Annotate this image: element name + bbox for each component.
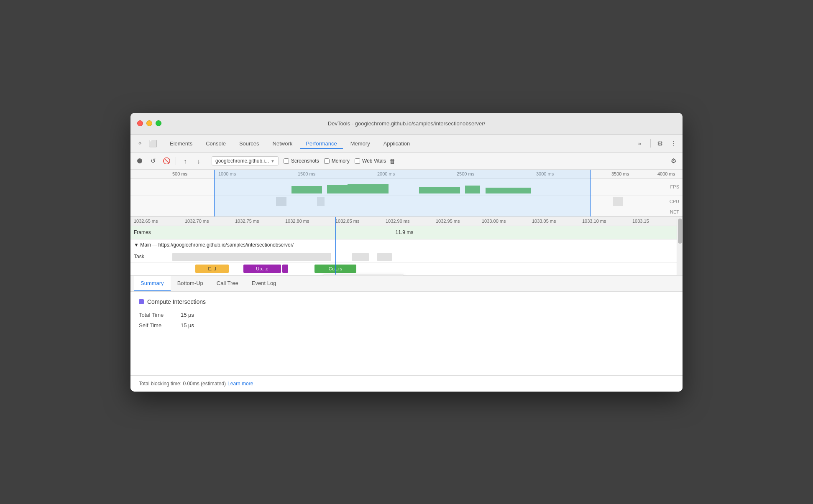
download-button[interactable]: ↓ bbox=[193, 155, 205, 167]
learn-more-link[interactable]: Learn more bbox=[228, 381, 253, 387]
dropdown-arrow-icon: ▼ bbox=[271, 159, 275, 163]
detail-tick: 1032.80 ms bbox=[285, 219, 309, 224]
close-button[interactable] bbox=[137, 120, 143, 126]
memory-checkbox-group[interactable]: Memory bbox=[324, 158, 350, 164]
web-vitals-checkbox[interactable] bbox=[355, 158, 360, 164]
fps-bars-container bbox=[164, 181, 674, 193]
cpu-activity bbox=[317, 197, 325, 206]
task-bar-2 bbox=[352, 253, 369, 261]
detail-tick: 1033.15 bbox=[632, 219, 649, 224]
tab-network[interactable]: Network bbox=[267, 138, 299, 149]
divider bbox=[650, 139, 651, 148]
scrollbar[interactable] bbox=[677, 217, 683, 275]
cpu-activity bbox=[276, 197, 286, 206]
detail-tick: 1032.95 ms bbox=[436, 219, 460, 224]
delete-recording-icon[interactable]: 🗑 bbox=[389, 158, 396, 165]
traffic-lights bbox=[137, 120, 161, 126]
main-row: ▼ Main — https://googlechrome.github.io/… bbox=[130, 239, 683, 251]
settings-icon[interactable]: ⚙ bbox=[654, 137, 666, 149]
total-time-label: Total Time bbox=[139, 312, 181, 318]
detail-tick: 1032.75 ms bbox=[235, 219, 259, 224]
tick-1000ms: 1000 ms bbox=[218, 171, 236, 176]
event-label-el: E...l bbox=[208, 266, 216, 271]
tab-application[interactable]: Application bbox=[378, 138, 416, 149]
minimize-button[interactable] bbox=[146, 120, 152, 126]
overview-timeline: 500 ms 1000 ms 1500 ms 2000 ms 2500 ms 3… bbox=[130, 170, 683, 217]
cpu-label: CPU bbox=[670, 199, 679, 204]
event-row: E...l Up...e Co...rs 15 μs Compute Inter… bbox=[130, 263, 683, 275]
detail-tick: 1032.90 ms bbox=[386, 219, 409, 224]
self-time-label: Self Time bbox=[139, 322, 181, 328]
event-bar-small[interactable] bbox=[282, 265, 288, 273]
tab-overflow[interactable]: » bbox=[632, 138, 647, 149]
event-label-up: Up...e bbox=[256, 266, 268, 271]
detail-tick: 1033.00 ms bbox=[482, 219, 506, 224]
fps-bar bbox=[419, 187, 460, 193]
record-button[interactable] bbox=[134, 155, 146, 167]
total-time-value: 15 μs bbox=[181, 312, 194, 318]
frames-label: Frames bbox=[134, 229, 151, 235]
performance-toolbar: ↺ 🚫 ↑ ↓ googlechrome.github.i... ▼ Scree… bbox=[130, 153, 683, 170]
web-vitals-checkbox-group[interactable]: Web Vitals bbox=[355, 158, 386, 164]
blocking-time-text: Total blocking time: 0.00ms (estimated) bbox=[139, 381, 226, 387]
upload-button[interactable]: ↑ bbox=[179, 155, 191, 167]
device-toolbar-icon[interactable]: ⬜ bbox=[147, 137, 159, 149]
fps-bar bbox=[348, 184, 389, 193]
memory-label: Memory bbox=[332, 158, 350, 164]
detail-tick: 1032.70 ms bbox=[185, 219, 209, 224]
inspect-icon[interactable]: ⌖ bbox=[134, 137, 146, 149]
tab-elements[interactable]: Elements bbox=[164, 138, 198, 149]
tab-event-log[interactable]: Event Log bbox=[245, 276, 283, 291]
task-bar-main bbox=[172, 253, 331, 261]
main-label: ▼ Main bbox=[134, 242, 151, 248]
tick-500ms: 500 ms bbox=[172, 171, 187, 176]
tab-summary[interactable]: Summary bbox=[134, 276, 171, 291]
tick-3000ms: 3000 ms bbox=[536, 171, 554, 176]
tick-4000ms: 4000 ms bbox=[657, 171, 675, 176]
clear-button[interactable]: 🚫 bbox=[161, 155, 172, 167]
detail-tick: 1032.65 ms bbox=[134, 219, 158, 224]
timeline-cursor bbox=[335, 217, 336, 275]
total-time-row: Total Time 15 μs bbox=[139, 312, 674, 318]
detail-tick: 1032.85 ms bbox=[335, 219, 359, 224]
title-bar: DevTools - googlechrome.github.io/sample… bbox=[130, 113, 683, 135]
event-bar-el[interactable]: E...l bbox=[195, 265, 229, 273]
divider1 bbox=[176, 157, 176, 165]
url-selector[interactable]: googlechrome.github.i... ▼ bbox=[212, 156, 279, 165]
bottom-footer: Total blocking time: 0.00ms (estimated) … bbox=[130, 375, 683, 392]
tab-sources[interactable]: Sources bbox=[233, 138, 265, 149]
detail-ruler: 1032.65 ms 1032.70 ms 1032.75 ms 1032.80… bbox=[130, 217, 683, 226]
tab-performance[interactable]: Performance bbox=[300, 138, 343, 149]
main-url: — https://googlechrome.github.io/samples… bbox=[152, 242, 294, 248]
detail-tick: 1033.10 ms bbox=[582, 219, 606, 224]
self-time-value: 15 μs bbox=[181, 322, 194, 328]
tick-2500ms: 2500 ms bbox=[457, 171, 474, 176]
fps-bar bbox=[327, 185, 348, 193]
screenshots-checkbox[interactable] bbox=[284, 158, 289, 164]
url-text: googlechrome.github.i... bbox=[215, 158, 269, 164]
scrollbar-thumb[interactable] bbox=[678, 219, 682, 244]
memory-checkbox[interactable] bbox=[324, 158, 330, 164]
event-bar-up[interactable]: Up...e bbox=[243, 265, 281, 273]
detail-timeline: 1032.65 ms 1032.70 ms 1032.75 ms 1032.80… bbox=[130, 217, 683, 276]
self-time-row: Self Time 15 μs bbox=[139, 322, 674, 328]
screenshots-checkbox-group[interactable]: Screenshots bbox=[284, 158, 319, 164]
tab-console[interactable]: Console bbox=[200, 138, 232, 149]
reload-button[interactable]: ↺ bbox=[147, 155, 159, 167]
tick-3500ms: 3500 ms bbox=[611, 171, 629, 176]
divider2 bbox=[208, 157, 208, 165]
fps-bar bbox=[465, 186, 481, 193]
maximize-button[interactable] bbox=[156, 120, 161, 126]
timeline-ruler: 500 ms 1000 ms 1500 ms 2000 ms 2500 ms 3… bbox=[130, 170, 683, 179]
task-label: Task bbox=[134, 254, 144, 260]
tab-memory[interactable]: Memory bbox=[345, 138, 376, 149]
more-options-icon[interactable]: ⋮ bbox=[667, 137, 679, 149]
fps-row: FPS bbox=[130, 179, 683, 196]
tab-bottom-up[interactable]: Bottom-Up bbox=[171, 276, 210, 291]
cpu-row: CPU bbox=[130, 196, 683, 208]
summary-title: Compute Intersections bbox=[139, 298, 674, 305]
capture-settings-icon[interactable]: ⚙ bbox=[667, 155, 679, 167]
tab-call-tree[interactable]: Call Tree bbox=[210, 276, 245, 291]
fps-bar bbox=[486, 188, 532, 193]
event-tooltip: 15 μs Compute Intersections bbox=[323, 275, 404, 276]
